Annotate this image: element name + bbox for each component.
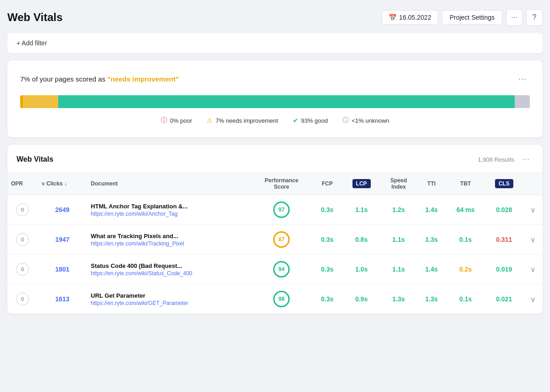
lcp-cell-3: 0.9s: [342, 284, 380, 314]
doc-title-3: URL Get Parameter: [91, 292, 247, 299]
fcp-value-2: 0.3s: [321, 266, 333, 273]
unknown-icon: ⓘ: [342, 116, 349, 125]
tti-cell-1: 1.3s: [417, 225, 446, 255]
cls-cell-0: 0.028: [485, 195, 523, 225]
lcp-value-3: 0.9s: [355, 295, 368, 303]
cls-value-0: 0.028: [496, 206, 512, 213]
tbt-value-0: 64 ms: [456, 206, 475, 213]
document-cell-0: HTML Anchor Tag Explanation &... https:/…: [87, 195, 251, 225]
clicks-value-2: 1801: [55, 266, 70, 273]
col-opr: OPR: [7, 173, 38, 195]
tbt-cell-2: 0.2s: [446, 255, 485, 284]
doc-title-1: What are Tracking Pixels and...: [91, 233, 247, 240]
poor-label: 0% poor: [170, 117, 192, 124]
clicks-cell-3: 1613: [38, 284, 87, 314]
col-lcp: LCP: [342, 173, 380, 195]
good-label: 93% good: [301, 117, 328, 124]
project-settings-button[interactable]: Project Settings: [442, 10, 502, 25]
fcp-value-0: 0.3s: [321, 206, 333, 213]
poor-icon: ⓘ: [161, 116, 167, 125]
fcp-cell-3: 0.3s: [312, 284, 342, 314]
cls-value-3: 0.021: [496, 295, 512, 303]
tti-value-1: 1.3s: [425, 236, 438, 243]
doc-url-1[interactable]: https://en.ryte.com/wiki/Tracking_Pixel: [91, 240, 247, 247]
tbt-value-2: 0.2s: [459, 266, 472, 273]
expand-cell-0[interactable]: ∨: [523, 195, 543, 225]
expand-cell-3[interactable]: ∨: [523, 284, 543, 314]
legend-unknown: ⓘ <1% unknown: [342, 116, 389, 125]
expand-row-button-0[interactable]: ∨: [530, 206, 536, 214]
clicks-value-1: 1947: [55, 236, 70, 243]
expand-row-button-3[interactable]: ∨: [530, 295, 536, 304]
speed-index-cell-1: 1.1s: [381, 225, 417, 255]
doc-url-0[interactable]: https://en.ryte.com/wiki/Anchor_Tag: [91, 211, 247, 217]
score-circle-2: 94: [273, 261, 290, 278]
performance-score-cell-2: 94: [251, 255, 312, 284]
clicks-value-0: 2649: [55, 206, 70, 213]
needs-improvement-segment: [23, 95, 58, 108]
progress-bar: [20, 95, 530, 108]
help-button[interactable]: ?: [526, 9, 543, 26]
performance-score-cell-3: 98: [251, 284, 312, 314]
table-header-row: Web Vitals 1,908 Results ···: [7, 145, 543, 173]
add-filter-label: + Add filter: [16, 39, 47, 47]
date-picker-button[interactable]: 📅 16.05.2022: [382, 10, 438, 25]
col-tbt: TBT: [446, 173, 485, 195]
expand-row-button-1[interactable]: ∨: [530, 235, 536, 244]
more-options-button[interactable]: ···: [506, 9, 522, 26]
speed-index-cell-2: 1.1s: [381, 255, 417, 284]
cls-badge: CLS: [495, 179, 513, 188]
lcp-value-1: 0.8s: [355, 236, 368, 243]
tbt-cell-1: 0.1s: [446, 225, 485, 255]
clicks-cell-1: 1947: [38, 225, 87, 255]
needs-improvement-label: 7% needs improvement: [215, 117, 278, 124]
table-title: Web Vitals: [16, 155, 53, 163]
col-document: Document: [87, 173, 251, 195]
fcp-cell-1: 0.3s: [312, 225, 342, 255]
tti-cell-3: 1.3s: [417, 284, 446, 314]
lcp-cell-2: 1.0s: [342, 255, 380, 284]
col-clicks[interactable]: ∨ Clicks ↓: [38, 173, 87, 195]
doc-url-2[interactable]: https://en.ryte.com/wiki/Status_Code_400: [91, 270, 247, 277]
lcp-badge: LCP: [352, 179, 371, 188]
tti-value-2: 1.4s: [425, 266, 438, 273]
cls-cell-2: 0.019: [485, 255, 523, 284]
performance-score-cell-0: 97: [251, 195, 312, 225]
speed-index-value-0: 1.2s: [392, 206, 405, 213]
fcp-value-1: 0.3s: [321, 236, 333, 243]
performance-score-cell-1: 87: [251, 225, 312, 255]
add-filter-button[interactable]: + Add filter: [16, 39, 47, 47]
clicks-cell-2: 1801: [38, 255, 87, 284]
tti-cell-0: 1.4s: [417, 195, 446, 225]
expand-row-button-2[interactable]: ∨: [530, 265, 536, 274]
score-circle-0: 97: [273, 201, 290, 218]
opr-value-1: 0: [16, 233, 29, 246]
fcp-cell-2: 0.3s: [312, 255, 342, 284]
tbt-value-1: 0.1s: [459, 236, 472, 243]
opr-cell-2: 0: [7, 255, 38, 284]
lcp-cell-0: 1.1s: [342, 195, 380, 225]
good-icon: ✔: [293, 117, 298, 124]
tti-cell-2: 1.4s: [417, 255, 446, 284]
table-row: 0 1801 Status Code 400 (Bad Request... h…: [7, 255, 543, 284]
tbt-cell-0: 64 ms: [446, 195, 485, 225]
col-performance-score: PerformanceScore: [251, 173, 312, 195]
doc-title-2: Status Code 400 (Bad Request...: [91, 262, 247, 269]
web-vitals-table: OPR ∨ Clicks ↓ Document PerformanceScore…: [7, 173, 543, 314]
table-more-button[interactable]: ···: [519, 152, 534, 167]
doc-url-3[interactable]: https://en.ryte.com/wiki/GET_Parameter: [91, 300, 247, 306]
summary-more-button[interactable]: ···: [515, 71, 530, 86]
table-row: 0 2649 HTML Anchor Tag Explanation &... …: [7, 195, 543, 225]
cls-value-2: 0.019: [496, 266, 512, 273]
filter-bar: + Add filter: [7, 33, 543, 53]
expand-cell-1[interactable]: ∨: [523, 225, 543, 255]
cls-value-1: 0.311: [496, 236, 512, 243]
results-count: 1,908 Results: [478, 156, 515, 163]
sort-icon: ∨: [41, 181, 46, 186]
calendar-icon: 📅: [389, 14, 396, 21]
headline-prefix: 7% of your pages scored as: [20, 75, 107, 83]
col-tti: TTI: [417, 173, 446, 195]
unknown-segment: [515, 95, 530, 108]
expand-cell-2[interactable]: ∨: [523, 255, 543, 284]
lcp-value-0: 1.1s: [355, 206, 368, 213]
